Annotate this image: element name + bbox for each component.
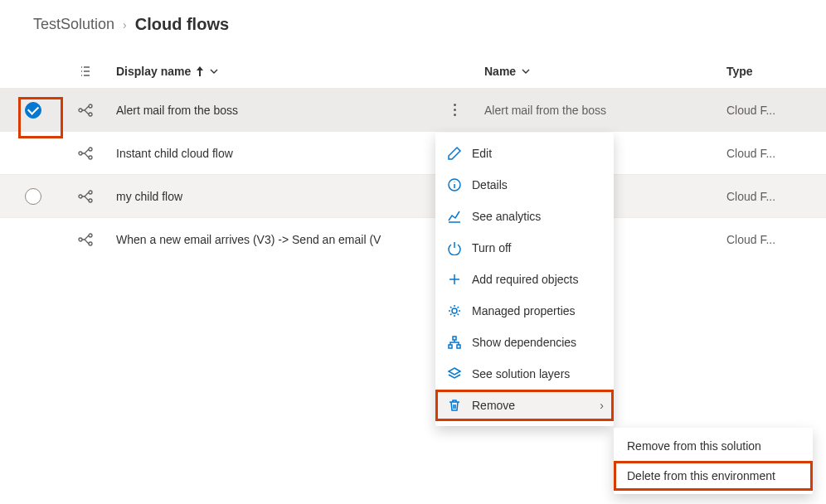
menu-item-edit[interactable]: Edit [435, 138, 614, 169]
type-cell: Cloud F... [726, 190, 809, 203]
svg-rect-17 [457, 345, 460, 348]
menu-label: Details [472, 178, 508, 191]
row-context-menu: Edit Details See analytics Turn off Add … [435, 133, 614, 426]
edit-icon [447, 146, 462, 161]
menu-label: Show dependencies [472, 336, 576, 349]
svg-point-1 [79, 109, 82, 112]
menu-item-turnoff[interactable]: Turn off [435, 232, 614, 264]
table-row[interactable]: When a new email arrives (V3) -> Send an… [0, 218, 826, 261]
menu-item-layers[interactable]: See solution layers [435, 358, 614, 390]
type-cell: Cloud F... [726, 147, 809, 160]
column-header-name[interactable]: Name [478, 65, 726, 78]
chevron-right-icon: › [600, 399, 604, 412]
submenu-label: Remove from this solution [627, 439, 761, 453]
info-icon [447, 177, 462, 192]
flow-icon [66, 232, 104, 247]
svg-point-12 [89, 242, 92, 245]
display-name-cell[interactable]: Alert mail from the boss [104, 104, 431, 117]
svg-rect-15 [453, 337, 456, 340]
menu-label: Managed properties [472, 304, 576, 317]
flow-icon [66, 103, 104, 118]
column-label: Type [726, 65, 753, 78]
svg-point-14 [452, 308, 457, 313]
hierarchy-icon [447, 335, 462, 350]
menu-item-analytics[interactable]: See analytics [435, 201, 614, 232]
chevron-down-icon [521, 66, 531, 76]
menu-item-details[interactable]: Details [435, 169, 614, 201]
list-icon[interactable] [66, 65, 104, 78]
svg-point-9 [89, 199, 92, 202]
submenu-delete-from-environment[interactable]: Delete from this environment [614, 461, 813, 491]
submenu-label: Delete from this environment [627, 469, 775, 482]
table-row[interactable]: Alert mail from the boss Alert mail from… [0, 89, 826, 132]
breadcrumb: TestSolution › Cloud flows [0, 0, 826, 54]
svg-point-8 [89, 191, 92, 194]
svg-point-10 [79, 238, 82, 241]
menu-item-remove[interactable]: Remove › [435, 390, 614, 421]
chevron-down-icon [209, 66, 219, 76]
table-header-row: Display name Name Type [0, 54, 826, 89]
power-icon [447, 240, 462, 255]
flows-table: Display name Name Type Alert mail from t… [0, 54, 826, 261]
column-label: Display name [116, 65, 191, 78]
menu-item-managed-props[interactable]: Managed properties [435, 295, 614, 327]
display-name-cell[interactable]: When a new email arrives (V3) -> Send an… [104, 233, 431, 246]
layers-icon [447, 366, 462, 381]
display-name-cell[interactable]: my child flow [104, 190, 431, 203]
chevron-right-icon: › [123, 18, 127, 32]
display-name-cell[interactable]: Instant child cloud flow [104, 147, 431, 160]
row-checkbox[interactable] [25, 188, 41, 205]
svg-rect-16 [449, 345, 452, 348]
svg-rect-0 [199, 70, 201, 76]
svg-point-5 [89, 148, 92, 151]
menu-item-add-objects[interactable]: Add required objects [435, 264, 614, 295]
gear-icon [447, 303, 462, 318]
sort-asc-icon [196, 66, 204, 76]
svg-point-4 [79, 152, 82, 155]
svg-point-6 [89, 156, 92, 159]
type-cell: Cloud F... [726, 233, 809, 246]
column-header-display-name[interactable]: Display name [104, 65, 431, 78]
trash-icon [447, 398, 462, 413]
submenu-remove-from-solution[interactable]: Remove from this solution [614, 431, 813, 461]
row-actions-button[interactable] [446, 99, 463, 122]
menu-label: Edit [472, 147, 492, 160]
flow-icon [66, 146, 104, 161]
column-header-type[interactable]: Type [726, 65, 809, 78]
menu-label: See analytics [472, 210, 541, 223]
menu-item-dependencies[interactable]: Show dependencies [435, 327, 614, 358]
analytics-icon [447, 209, 462, 224]
type-cell: Cloud F... [726, 104, 809, 117]
menu-label: See solution layers [472, 367, 570, 380]
menu-label: Remove [472, 399, 515, 412]
table-row[interactable]: my child flow Cloud F... [0, 175, 826, 218]
remove-submenu: Remove from this solution Delete from th… [614, 428, 813, 494]
breadcrumb-parent[interactable]: TestSolution [33, 16, 114, 33]
svg-point-2 [89, 104, 92, 108]
plus-icon [447, 272, 462, 287]
menu-label: Add required objects [472, 273, 578, 286]
column-label: Name [484, 65, 516, 78]
flow-icon [66, 189, 104, 204]
svg-point-11 [89, 234, 92, 237]
menu-label: Turn off [472, 241, 511, 254]
svg-point-7 [79, 195, 82, 198]
name-cell: Alert mail from the boss [478, 104, 726, 117]
svg-point-3 [89, 113, 92, 116]
breadcrumb-current: Cloud flows [135, 15, 229, 34]
table-row[interactable]: Instant child cloud flow Cloud F... [0, 132, 826, 175]
row-checkbox[interactable] [25, 102, 41, 119]
